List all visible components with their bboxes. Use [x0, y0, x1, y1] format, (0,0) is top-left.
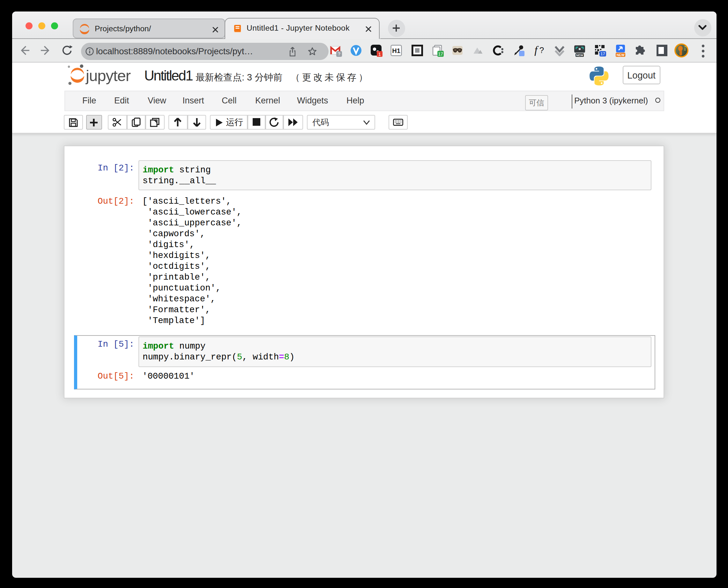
svg-text:?: ?	[337, 51, 340, 57]
svg-text:NEW: NEW	[616, 53, 624, 57]
svg-text:NEW: NEW	[576, 53, 583, 57]
svg-text:?: ?	[539, 45, 544, 55]
svg-text:17: 17	[600, 51, 605, 56]
svg-text:H1: H1	[392, 47, 400, 54]
svg-text:1: 1	[378, 51, 381, 57]
svg-text:17: 17	[438, 51, 443, 57]
svg-text:f: f	[534, 44, 539, 56]
